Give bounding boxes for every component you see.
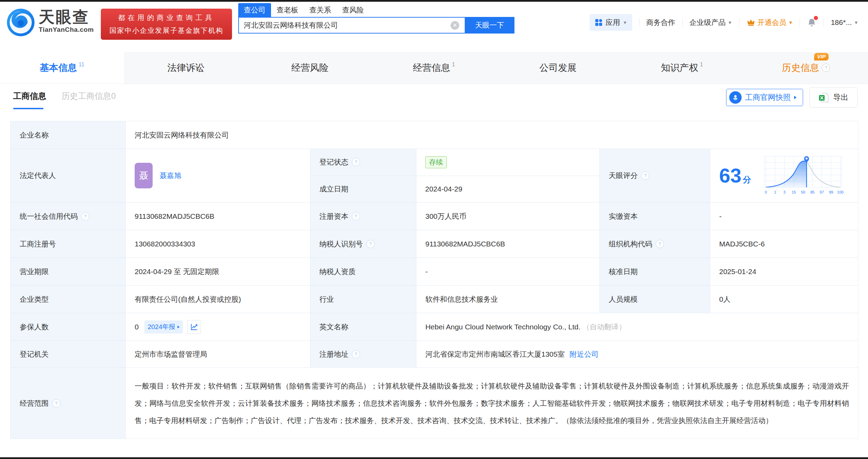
org-code-value: MADJ5CBC-6	[710, 230, 858, 257]
search-tab-relation[interactable]: 查关系	[304, 3, 337, 17]
clear-search-icon[interactable]: ✕	[451, 21, 459, 30]
help-icon[interactable]: ?	[52, 399, 60, 408]
apps-grid-icon	[595, 18, 603, 27]
search-tab-risk[interactable]: 查风险	[337, 3, 369, 17]
help-icon[interactable]: ?	[81, 212, 89, 221]
export-button[interactable]: 导出	[809, 87, 858, 107]
english-name-cell: Hebei Angu Cloud Network Technology Co.,…	[416, 313, 858, 340]
avatar[interactable]: 聂	[135, 163, 153, 188]
account-menu[interactable]: 186*... ▼	[831, 18, 858, 27]
tab-count: 1	[452, 62, 455, 68]
tab-count: 1	[700, 62, 703, 68]
tianyancha-logo[interactable]: 天眼查 TianYanCha.com	[6, 8, 94, 37]
help-icon[interactable]: ?	[656, 240, 664, 248]
trend-chart-icon	[190, 323, 198, 331]
table-row: 参保人数 0 2024年报 英文名称 Hebei Angu Cloud Netw…	[11, 313, 858, 341]
table-row: 法定代表人 聂 聂嘉旭 登记状态 ? 存续 成立日期 2024-04-29 天眼…	[11, 149, 858, 203]
svg-text:85: 85	[810, 190, 814, 194]
active-underline	[13, 108, 44, 109]
table-row: 统一社会信用代码? 91130682MADJ5CBC6B 注册资本? 300万人…	[11, 203, 858, 230]
business-info-table: 企业名称 河北安固云网络科技有限公司 法定代表人 聂 聂嘉旭 登记状态 ? 存续…	[10, 121, 858, 439]
taxpayer-id-value: 91130682MADJ5CBC6B	[416, 230, 600, 257]
help-icon[interactable]: ?	[352, 212, 360, 221]
promo-banner: 都在用的商业查询工具 国家中小企业发展子基金旗下机构	[101, 9, 232, 40]
stamp-icon	[729, 91, 742, 104]
search-area: 查公司 查老板 查关系 查风险 ✕ 天眼一下	[238, 4, 514, 34]
paid-in-capital-value: -	[710, 203, 858, 230]
svg-text:100: 100	[837, 190, 843, 194]
apps-label: 应用	[606, 18, 620, 27]
enterprise-product-link[interactable]: 企业级产品 ▼	[689, 18, 732, 27]
subtab-history-registration[interactable]: 历史工商信息0	[61, 91, 116, 109]
field-label-registry-authority: 登记机关	[11, 341, 126, 367]
excel-icon	[819, 92, 829, 103]
window-bottom-edge	[0, 457, 868, 459]
svg-text:99: 99	[829, 190, 833, 194]
notification-bell-icon[interactable]	[807, 18, 817, 27]
banner-line1: 都在用的商业查询工具	[118, 13, 215, 22]
auto-translate-note: （自动翻译）	[582, 322, 626, 332]
table-row: 工商注册号 130682000334303 纳税人识别号? 91130682MA…	[11, 230, 858, 258]
registration-number-value: 130682000334303	[126, 230, 310, 257]
approval-date-value: 2025-01-24	[710, 258, 858, 285]
help-icon[interactable]: ?	[366, 240, 375, 248]
field-label-staff-size: 人员规模	[600, 285, 710, 313]
divider	[823, 18, 824, 27]
registered-address-cell: 河北省保定市定州市南城区香江大厦1305室 附近公司	[416, 341, 858, 367]
table-row: 企业类型 有限责任公司(自然人投资或控股) 行业 软件和信息技术服务业 人员规模…	[11, 285, 858, 313]
insured-count-value: 0	[135, 323, 139, 331]
business-scope-text: 一般项目：软件开发；软件销售；互联网销售（除销售需要许可的商品）；计算机软硬件及…	[135, 377, 849, 430]
account-phone: 186*...	[831, 18, 852, 27]
official-snapshot-button[interactable]: 工商官网快照	[726, 89, 803, 106]
tab-count: 11	[79, 62, 85, 68]
field-label-registration-number: 工商注册号	[11, 230, 126, 257]
tab-intellectual-property[interactable]: 知识产权 1	[620, 52, 744, 84]
main-tab-bar: 基本信息 11 法律诉讼 经营风险 经营信息 1 公司发展 知识产权 1 VIP…	[0, 52, 868, 84]
legal-representative-link[interactable]: 聂嘉旭	[160, 171, 181, 180]
apps-menu-button[interactable]: 应用 ▼	[590, 14, 632, 31]
site-header: 天眼查 TianYanCha.com 都在用的商业查询工具 国家中小企业发展子基…	[0, 2, 868, 52]
help-icon[interactable]: ?	[822, 64, 830, 72]
vip-badge: VIP	[814, 53, 829, 60]
staff-trend-chart-button[interactable]	[187, 320, 201, 334]
field-label-registration-status: 登记状态 ?	[310, 149, 416, 176]
table-row: 登记机关 定州市市场监督管理局 注册地址? 河北省保定市定州市南城区香江大厦13…	[11, 341, 858, 368]
search-tab-company[interactable]: 查公司	[238, 3, 271, 17]
tab-operation-risk[interactable]: 经营风险	[248, 52, 372, 84]
company-name-value: 河北安固云网络科技有限公司	[126, 121, 858, 149]
field-label-business-scope: 经营范围?	[11, 368, 126, 439]
svg-text:15: 15	[791, 190, 795, 194]
field-label-registered-address: 注册地址?	[310, 341, 416, 367]
section-toolbar: 工商信息 历史工商信息0 工商官网快照 导出	[13, 91, 858, 109]
nearby-companies-link[interactable]: 附近公司	[570, 349, 599, 359]
chevron-down-icon: ▼	[623, 20, 627, 25]
search-button[interactable]: 天眼一下	[465, 17, 514, 34]
tab-basic-info[interactable]: 基本信息 11	[0, 52, 124, 84]
search-input[interactable]	[238, 17, 465, 34]
subtab-business-registration[interactable]: 工商信息	[13, 91, 46, 109]
annual-report-badge[interactable]: 2024年报	[144, 320, 183, 334]
search-tab-boss[interactable]: 查老板	[271, 3, 304, 17]
tab-business-info[interactable]: 经营信息 1	[372, 52, 496, 84]
help-icon[interactable]: ?	[352, 350, 360, 358]
open-vip-button[interactable]: 开通会员 ▼	[746, 18, 793, 27]
tianyan-score-cell[interactable]: 63 分	[710, 149, 858, 202]
banner-line2: 国家中小企业发展子基金旗下机构	[109, 26, 223, 35]
divider	[800, 18, 800, 27]
help-icon[interactable]: ?	[641, 171, 649, 180]
help-icon[interactable]: ?	[352, 158, 360, 166]
field-label-legal-representative: 法定代表人	[11, 149, 126, 202]
tab-history-info[interactable]: VIP 历史信息 ?	[744, 52, 868, 84]
notification-dot	[814, 16, 818, 20]
tab-company-development[interactable]: 公司发展	[496, 52, 620, 84]
chevron-down-icon: ▼	[854, 20, 858, 25]
field-label-taxpayer-qualification: 纳税人资质	[310, 258, 416, 285]
window-top-edge	[0, 0, 868, 2]
logo-domain: TianYanCha.com	[39, 26, 94, 34]
business-cooperation-link[interactable]: 商务合作	[646, 18, 675, 27]
insured-count-cell: 0 2024年报	[126, 313, 310, 340]
registered-capital-value: 300万人民币	[416, 203, 600, 230]
score-value: 63	[719, 166, 742, 186]
tab-legal-litigation[interactable]: 法律诉讼	[124, 52, 248, 84]
registry-authority-value: 定州市市场监督管理局	[126, 341, 310, 367]
